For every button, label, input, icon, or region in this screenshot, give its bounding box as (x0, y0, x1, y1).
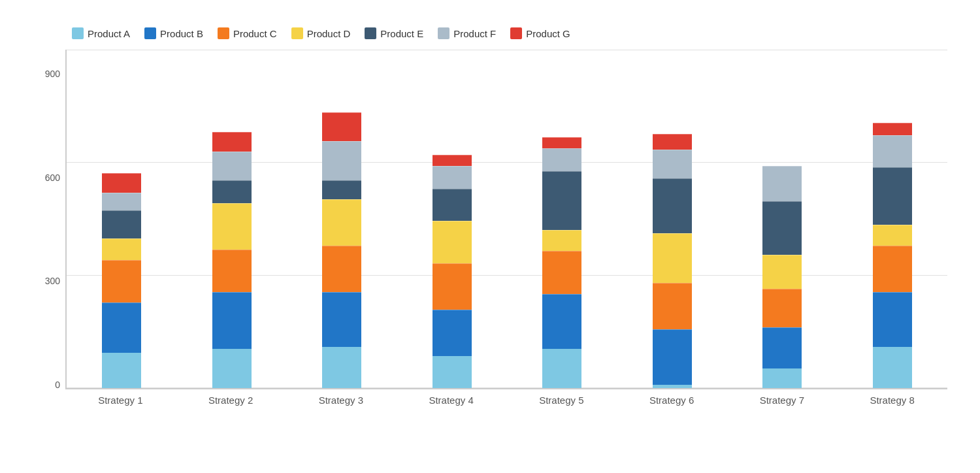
bar-segment-product-4 (653, 233, 692, 283)
x-label-strategy-7: Strategy 7 (727, 395, 838, 406)
bar-segment-product-4 (102, 238, 141, 260)
bar-segment-product-1 (322, 347, 361, 388)
bar-group-6 (617, 50, 728, 388)
bar-group-8 (838, 50, 948, 388)
chart-container: Product AProduct BProduct CProduct DProd… (13, 8, 967, 465)
bar-segment-product-4 (433, 221, 472, 263)
y-tick: 300 (45, 276, 60, 285)
bar-group-4 (397, 50, 508, 388)
bar-segment-product-6 (873, 135, 912, 167)
bar-1 (102, 173, 141, 388)
bar-segment-product-7 (542, 137, 581, 148)
legend-label: Product F (453, 28, 496, 39)
legend-color (365, 27, 376, 39)
y-tick: 600 (45, 173, 60, 182)
bar-segment-product-3 (433, 263, 472, 310)
bar-4 (433, 155, 472, 388)
bar-5 (542, 137, 581, 388)
x-label-strategy-2: Strategy 2 (176, 395, 286, 406)
bar-segment-product-5 (542, 171, 581, 230)
bar-segment-product-5 (102, 210, 141, 239)
bar-segment-product-6 (322, 141, 361, 180)
chart-area: 0300600900 (33, 50, 947, 389)
legend: Product AProduct BProduct CProduct DProd… (33, 27, 947, 39)
bar-segment-product-5 (212, 180, 252, 203)
legend-item-product-b: Product B (144, 27, 203, 39)
bar-segment-product-4 (542, 230, 581, 252)
bar-segment-product-2 (102, 302, 141, 352)
bar-segment-product-3 (762, 289, 802, 328)
bar-segment-product-2 (433, 310, 472, 356)
bars-section (65, 50, 947, 389)
legend-color (72, 27, 84, 39)
y-tick: 900 (45, 69, 60, 78)
bar-2 (212, 132, 252, 388)
bar-segment-product-7 (653, 134, 692, 150)
bar-segment-product-5 (322, 180, 361, 200)
bar-segment-product-1 (762, 368, 802, 388)
bar-segment-product-2 (322, 292, 361, 347)
bar-segment-product-5 (762, 201, 802, 255)
bar-segment-product-3 (653, 283, 692, 329)
legend-label: Product A (88, 28, 130, 39)
bar-segment-product-2 (653, 329, 692, 384)
bar-group-3 (287, 50, 397, 388)
bar-segment-product-6 (542, 148, 581, 171)
bar-segment-product-7 (102, 173, 141, 193)
bar-segment-product-6 (212, 152, 252, 180)
bar-segment-product-6 (433, 166, 472, 189)
bar-segment-product-3 (212, 250, 252, 292)
legend-label: Product G (526, 28, 570, 39)
legend-item-product-f: Product F (438, 27, 496, 39)
x-label-strategy-4: Strategy 4 (396, 395, 506, 406)
y-tick: 0 (55, 380, 60, 389)
x-label-strategy-1: Strategy 1 (65, 395, 176, 406)
bar-segment-product-5 (653, 178, 692, 233)
bar-segment-product-4 (322, 199, 361, 246)
legend-item-product-a: Product A (72, 27, 130, 39)
bar-segment-product-4 (212, 203, 252, 250)
bar-segment-product-2 (542, 294, 581, 349)
x-label-strategy-6: Strategy 6 (617, 395, 727, 406)
bar-segment-product-4 (873, 225, 912, 246)
bar-segment-product-2 (873, 292, 912, 347)
legend-label: Product B (160, 28, 203, 39)
bar-3 (322, 112, 361, 388)
bar-7 (762, 166, 802, 388)
y-axis: 0300600900 (33, 69, 65, 389)
bar-segment-product-3 (873, 246, 912, 292)
legend-color (438, 27, 449, 39)
x-labels: Strategy 1Strategy 2Strategy 3Strategy 4… (33, 389, 947, 406)
bar-8 (873, 123, 912, 388)
legend-item-product-e: Product E (365, 27, 423, 39)
legend-label: Product C (233, 28, 277, 39)
bar-group-2 (177, 50, 287, 388)
bar-segment-product-7 (433, 155, 472, 165)
bar-segment-product-3 (542, 251, 581, 293)
legend-color (144, 27, 156, 39)
legend-color (291, 27, 303, 39)
bar-group-1 (67, 50, 177, 388)
bar-segment-product-2 (212, 292, 252, 349)
bar-segment-product-2 (762, 327, 802, 368)
legend-item-product-g: Product G (510, 27, 570, 39)
bar-segment-product-1 (873, 347, 912, 388)
bar-segment-product-1 (653, 385, 692, 388)
bar-segment-product-3 (322, 246, 361, 292)
bar-segment-product-1 (102, 353, 141, 388)
bar-segment-product-7 (212, 132, 252, 152)
legend-item-product-c: Product C (218, 27, 277, 39)
bar-segment-product-7 (873, 123, 912, 135)
bar-group-5 (507, 50, 617, 388)
bar-segment-product-6 (102, 193, 141, 210)
bar-segment-product-6 (762, 166, 802, 201)
bar-segment-product-1 (433, 356, 472, 388)
bar-segment-product-5 (873, 167, 912, 224)
bar-segment-product-4 (762, 255, 802, 289)
legend-color (218, 27, 229, 39)
bars-wrapper (65, 50, 947, 389)
bar-segment-product-1 (212, 349, 252, 388)
x-label-strategy-8: Strategy 8 (837, 395, 947, 406)
x-label-strategy-5: Strategy 5 (506, 395, 617, 406)
bar-6 (653, 134, 692, 388)
